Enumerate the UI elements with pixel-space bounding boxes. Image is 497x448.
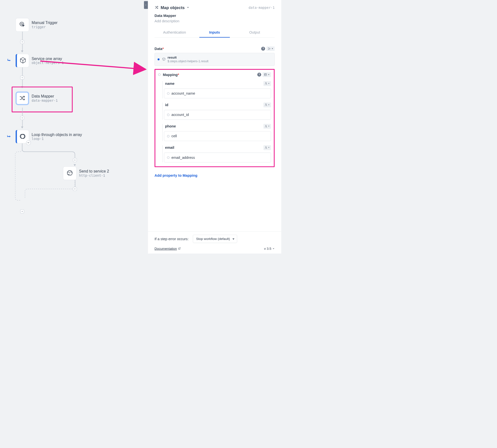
config-tabs: Authentication Inputs Output — [155, 28, 275, 37]
node-subtitle: object-helpers-1 — [32, 61, 64, 65]
type-selector-object[interactable]: ▼ — [263, 72, 271, 77]
mapping-key[interactable]: id — [165, 103, 168, 107]
connector — [22, 67, 23, 76]
node-title: Service one array — [32, 56, 64, 61]
jsonpath-indicator-icon — [158, 58, 160, 60]
mapping-section-label: Mapping* — [163, 73, 179, 77]
data-section-label: Data* — [155, 47, 164, 51]
type-selector-string[interactable]: A ▼ — [263, 102, 271, 107]
step-config-panel: Map objects data-mapper-1 Data Mapper Ad… — [148, 0, 281, 254]
node-send-to-service-2[interactable]: Send to service 2 http-client-1 — [63, 166, 109, 180]
node-title: Send to service 2 — [79, 169, 109, 174]
mapping-value: email_address — [172, 155, 195, 160]
connector — [22, 120, 23, 127]
type-selector-string[interactable]: A ▼ — [263, 124, 271, 129]
node-data-mapper[interactable]: Data Mapper data-mapper-1 — [16, 92, 58, 105]
node-title: Loop through objects in array — [32, 133, 82, 137]
add-step-button[interactable] — [73, 158, 77, 162]
connector — [22, 32, 23, 40]
svg-point-3 — [67, 171, 72, 176]
type-selector-string[interactable]: A ▼ — [263, 81, 271, 86]
description-placeholder[interactable]: Add description — [155, 19, 275, 24]
operation-title[interactable]: Map objects — [160, 5, 185, 10]
node-title: Data Mapper — [32, 94, 58, 98]
break-arrow-icon — [7, 58, 11, 63]
node-loop[interactable]: − Loop through objects in array loop-1 — [16, 130, 82, 143]
mapping-value-input[interactable]: email_address — [164, 153, 271, 162]
result-jsonpath: $.steps.object-helpers-1.result — [168, 60, 208, 63]
drag-handle-icon[interactable] — [167, 92, 169, 95]
drag-handle-icon[interactable] — [167, 135, 169, 137]
mapping-value: account_name — [172, 91, 195, 96]
node-subtitle: loop-1 — [32, 137, 82, 141]
connector — [22, 80, 23, 86]
add-step-button[interactable] — [20, 116, 24, 120]
mapping-value: cell — [172, 134, 177, 139]
arrow-icon — [21, 127, 23, 128]
chevron-down-icon[interactable] — [187, 6, 189, 9]
mapping-key[interactable]: name — [165, 81, 175, 86]
collapse-panel-button[interactable] — [144, 1, 148, 9]
drag-handle-icon[interactable] — [167, 156, 169, 159]
result-label: result — [168, 56, 208, 60]
tab-inputs[interactable]: Inputs — [194, 28, 235, 37]
node-title: Manual Trigger — [32, 21, 58, 25]
data-input-field[interactable]: result $.steps.object-helpers-1.result — [155, 53, 275, 66]
mapping-value: account_id — [172, 113, 189, 117]
cursor-click-icon — [19, 21, 26, 28]
arrow-icon — [21, 50, 23, 52]
error-handling-select[interactable]: Stop workflow (default) — [193, 235, 237, 243]
add-step-button[interactable] — [20, 40, 24, 44]
version-selector[interactable]: v 3.5 — [264, 247, 275, 251]
svg-rect-8 — [264, 74, 267, 76]
annotation-highlight-mapping: Mapping* ? ▼ name A ▼ — [155, 69, 275, 167]
workflow-canvas[interactable]: Manual Trigger trigger Service — [0, 0, 148, 254]
type-selector-string[interactable]: A ▼ — [263, 145, 271, 150]
arrow-icon — [74, 164, 76, 166]
node-subtitle: http-client-1 — [79, 174, 109, 177]
shuffle-icon — [155, 5, 159, 10]
drag-handle-icon[interactable] — [158, 73, 160, 76]
globe-icon — [66, 170, 73, 177]
help-icon[interactable]: ? — [261, 47, 265, 51]
add-property-link[interactable]: Add property to Mapping — [155, 173, 197, 178]
connector — [22, 44, 23, 50]
cube-icon — [20, 57, 26, 64]
svg-point-6 — [268, 49, 269, 49]
node-manual-trigger[interactable]: Manual Trigger trigger — [16, 18, 57, 32]
tab-authentication[interactable]: Authentication — [155, 28, 194, 37]
documentation-link[interactable]: Documentation — [155, 247, 181, 251]
loop-icon — [20, 133, 26, 140]
svg-point-5 — [268, 48, 269, 48]
step-id: data-mapper-1 — [249, 6, 274, 10]
tab-output[interactable]: Output — [235, 28, 274, 37]
type-selector-connector[interactable]: ▼ — [266, 47, 274, 51]
node-subtitle: data-mapper-1 — [32, 98, 58, 102]
mapping-value-input[interactable]: cell — [164, 131, 271, 141]
mapping-value-input[interactable]: account_id — [164, 110, 271, 120]
node-subtitle: trigger — [32, 25, 58, 29]
node-service-one-array[interactable]: Service one array object-helpers-1 — [16, 54, 64, 67]
help-icon[interactable]: ? — [257, 73, 261, 77]
shuffle-icon — [19, 95, 26, 102]
mapping-key[interactable]: phone — [165, 124, 176, 129]
mapping-value-input[interactable]: account_name — [164, 88, 271, 98]
add-step-button[interactable] — [20, 209, 24, 213]
mapping-key[interactable]: email — [165, 145, 175, 150]
drag-handle-icon[interactable] — [167, 113, 169, 116]
enter-arrow-icon — [7, 134, 11, 139]
connector — [22, 108, 23, 116]
connector-name: Data Mapper — [155, 14, 275, 18]
add-step-button[interactable] — [20, 76, 24, 80]
cube-icon — [162, 57, 166, 62]
add-step-button[interactable] — [73, 187, 77, 191]
connector — [75, 180, 76, 187]
error-handling-label: If a step error occurs: — [155, 237, 189, 241]
